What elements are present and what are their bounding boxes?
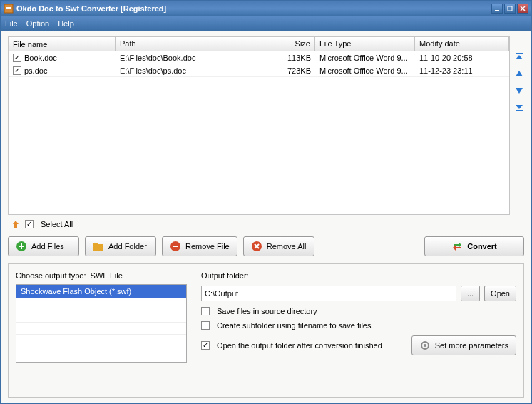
- window-title: Okdo Doc to Swf Converter [Registered]: [16, 4, 490, 13]
- minimize-button[interactable]: [491, 4, 503, 14]
- open-folder-button[interactable]: Open: [484, 286, 516, 301]
- minus-icon: [170, 241, 181, 252]
- svg-point-24: [424, 344, 426, 347]
- output-type-list[interactable]: Shockwave Flash Object (*.swf): [16, 284, 187, 363]
- svg-marker-12: [13, 221, 19, 228]
- svg-marker-7: [516, 55, 523, 59]
- move-top-button[interactable]: [513, 51, 525, 62]
- output-folder-label: Output folder:: [201, 271, 516, 280]
- more-parameters-label: Set more parameters: [435, 341, 508, 350]
- svg-rect-16: [93, 244, 103, 251]
- add-files-label: Add Files: [31, 242, 64, 251]
- table-row[interactable]: ps.docE:\Files\doc\ps.doc723KBMicrosoft …: [9, 64, 509, 77]
- select-all-label: Select All: [41, 220, 73, 228]
- remove-file-button[interactable]: Remove File: [162, 236, 237, 256]
- convert-icon: [451, 241, 463, 252]
- table-row[interactable]: Book.docE:\Files\doc\Book.doc113KBMicros…: [9, 51, 509, 64]
- remove-file-label: Remove File: [185, 242, 230, 251]
- select-all-row: Select All: [8, 215, 524, 233]
- save-source-label: Save files in source directory: [217, 307, 317, 315]
- col-header-type[interactable]: File Type: [315, 37, 415, 51]
- x-icon: [251, 241, 262, 252]
- col-header-name[interactable]: File name: [9, 37, 116, 51]
- svg-rect-2: [495, 10, 499, 11]
- file-path: E:\Files\doc\Book.doc: [116, 53, 265, 63]
- add-folder-button[interactable]: Add Folder: [85, 236, 156, 256]
- move-bottom-button[interactable]: [513, 102, 525, 113]
- file-size: 723KB: [265, 66, 315, 76]
- menu-option[interactable]: Option: [26, 19, 49, 28]
- toolbar: Add Files Add Folder Remove File Remove …: [8, 233, 524, 263]
- app-icon: [4, 4, 14, 14]
- menubar: File Option Help: [1, 16, 531, 31]
- file-date: 11-10-20 20:58: [415, 53, 509, 63]
- svg-rect-1: [6, 7, 11, 9]
- col-header-path[interactable]: Path: [116, 37, 265, 51]
- create-subfolder-label: Create subfolder using filename to save …: [217, 321, 371, 330]
- move-up-button[interactable]: [513, 68, 525, 79]
- remove-all-button[interactable]: Remove All: [243, 236, 314, 256]
- col-header-date[interactable]: Modify date: [415, 37, 509, 51]
- content-area: File name Path Size File Type Modify dat…: [1, 31, 531, 403]
- output-folder-input[interactable]: [201, 286, 456, 301]
- file-date: 11-12-23 23:11: [415, 66, 509, 76]
- titlebar: Okdo Doc to Swf Converter [Registered]: [1, 1, 531, 16]
- bottom-panel: Choose output type: SWF File Shockwave F…: [8, 263, 524, 398]
- svg-marker-8: [516, 71, 523, 76]
- svg-marker-10: [516, 105, 523, 109]
- file-name: Book.doc: [24, 54, 57, 62]
- convert-label: Convert: [467, 242, 497, 251]
- svg-marker-9: [516, 88, 523, 94]
- select-all-checkbox[interactable]: [25, 220, 34, 228]
- row-checkbox[interactable]: [13, 54, 21, 62]
- file-table: File name Path Size File Type Modify dat…: [8, 36, 510, 215]
- svg-rect-17: [93, 243, 98, 245]
- file-size: 113KB: [265, 53, 315, 63]
- svg-rect-3: [508, 6, 512, 11]
- open-after-checkbox[interactable]: [201, 341, 210, 350]
- convert-button[interactable]: Convert: [424, 236, 524, 256]
- add-folder-label: Add Folder: [108, 242, 147, 251]
- row-checkbox[interactable]: [13, 66, 21, 75]
- move-down-button[interactable]: [513, 85, 525, 96]
- remove-all-label: Remove All: [267, 242, 307, 251]
- svg-rect-6: [516, 53, 523, 54]
- svg-rect-15: [21, 243, 22, 249]
- output-type-label: Choose output type: SWF File: [16, 271, 187, 280]
- output-folder-panel: Output folder: ... Open Save files in so…: [201, 271, 516, 390]
- file-type: Microsoft Office Word 9...: [315, 53, 415, 63]
- table-header: File name Path Size File Type Modify dat…: [9, 37, 509, 51]
- plus-icon: [16, 241, 27, 252]
- save-source-checkbox[interactable]: [201, 307, 210, 315]
- add-files-button[interactable]: Add Files: [8, 236, 79, 256]
- output-type-panel: Choose output type: SWF File Shockwave F…: [16, 271, 187, 390]
- create-subfolder-checkbox[interactable]: [201, 321, 210, 330]
- app-window: Okdo Doc to Swf Converter [Registered] F…: [0, 0, 532, 404]
- menu-help[interactable]: Help: [58, 19, 74, 28]
- col-header-size[interactable]: Size: [265, 37, 315, 51]
- maximize-button[interactable]: [504, 4, 516, 14]
- svg-rect-11: [516, 110, 523, 111]
- file-name: ps.doc: [24, 66, 47, 75]
- file-type: Microsoft Office Word 9...: [315, 66, 415, 76]
- folder-icon: [93, 241, 104, 252]
- reorder-buttons: [510, 36, 524, 215]
- output-type-item[interactable]: Shockwave Flash Object (*.swf): [16, 285, 186, 298]
- file-path: E:\Files\doc\ps.doc: [116, 66, 265, 76]
- svg-rect-19: [173, 246, 178, 247]
- close-button[interactable]: [517, 4, 528, 14]
- browse-button[interactable]: ...: [461, 286, 480, 301]
- gear-icon: [419, 340, 431, 351]
- more-parameters-button[interactable]: Set more parameters: [411, 335, 516, 355]
- up-folder-icon[interactable]: [11, 219, 21, 229]
- open-after-label: Open the output folder after conversion …: [217, 341, 382, 350]
- menu-file[interactable]: File: [5, 19, 18, 28]
